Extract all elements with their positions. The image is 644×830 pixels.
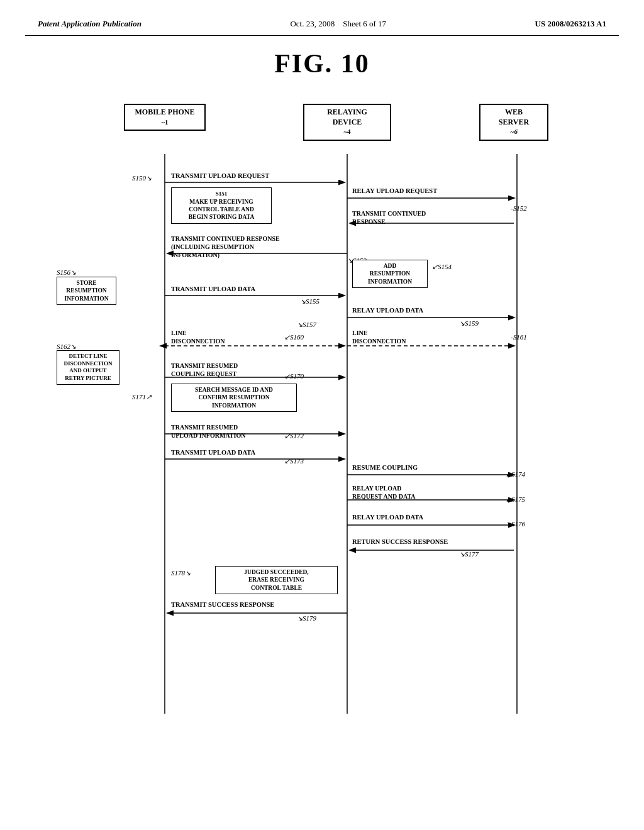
side-box-detect-line: DETECT LINEDISCONNECTIONAND OUTPUTRETRY … xyxy=(57,350,119,385)
step-s172: ↙S172 xyxy=(284,432,304,440)
step-s176: ↘S176 xyxy=(506,520,525,528)
msg-relay-upload-data2: RELAY UPLOAD DATA xyxy=(352,513,503,522)
page: Patent Application Publication Oct. 23, … xyxy=(0,0,644,830)
msg-line-disconnection-left: LINEDISCONNECTION xyxy=(171,329,247,345)
step-s175: ↙S175 xyxy=(506,495,525,504)
msg-relay-upload-request: RELAY UPLOAD REQUEST xyxy=(352,187,509,196)
step-s170: ↙S170 xyxy=(284,372,304,380)
col-header-web: WEBSERVER ~6 xyxy=(479,104,548,141)
step-s171: S171↗ xyxy=(132,393,152,401)
step-s179: ↘S179 xyxy=(297,614,316,622)
step-s178: S178↘ xyxy=(171,569,191,577)
col-header-mobile: MOBILE PHONE ~1 xyxy=(124,104,206,131)
msg-relay-upload-data: RELAY UPLOAD DATA xyxy=(352,306,503,315)
header-center: Oct. 23, 2008 Sheet 6 of 17 xyxy=(290,19,386,29)
side-box-store-resumption: STORERESUMPTIONINFORMATION xyxy=(57,277,116,305)
step-s159: ↘S159 xyxy=(459,319,479,328)
msg-transmit-success: TRANSMIT SUCCESS RESPONSE xyxy=(171,600,335,609)
msg-transmit-continued-relay: TRANSMIT CONTINUEDRESPONSE xyxy=(352,209,497,226)
msg-make-up-receiving: S151 MAKE UP RECEIVINGCONTROL TABLE ANDB… xyxy=(171,187,272,224)
step-s155: ↘S155 xyxy=(300,297,319,306)
header-right: US 2008/0263213 A1 xyxy=(535,19,606,29)
step-s160: ↙S160 xyxy=(284,333,304,341)
step-s174: ↙S174 xyxy=(506,470,525,479)
step-s156: S156↘ xyxy=(57,268,76,277)
step-s152: -S152 xyxy=(511,204,527,212)
msg-search-message: SEARCH MESSAGE ID ANDCONFIRM RESUMPTIONI… xyxy=(171,384,297,412)
step-s150: S150↘ xyxy=(132,174,152,182)
step-s161: -S161 xyxy=(511,333,527,341)
msg-relay-upload-request-data: RELAY UPLOADREQUEST AND DATA xyxy=(352,484,503,501)
msg-transmit-upload-data: TRANSMIT UPLOAD DATA xyxy=(171,285,335,294)
figure-title: FIG. 10 xyxy=(25,48,619,79)
page-header: Patent Application Publication Oct. 23, … xyxy=(25,13,619,36)
step-s177: ↘S177 xyxy=(459,550,479,558)
step-s173: ↙S173 xyxy=(284,457,304,465)
msg-judged-succeeded: JUDGED SUCCEEDED,ERASE RECEIVINGCONTROL … xyxy=(215,566,338,594)
diagram: MOBILE PHONE ~1 RELAYINGDEVICE ~4 WEBSER… xyxy=(39,97,605,758)
msg-transmit-continued-full: TRANSMIT CONTINUED RESPONSE(INCLUDING RE… xyxy=(171,235,335,259)
msg-transmit-resumed-coupling: TRANSMIT RESUMEDCOUPLING REQUEST xyxy=(171,362,335,378)
step-s162: S162↘ xyxy=(57,343,76,351)
step-s157: ↘S157 xyxy=(297,321,316,329)
msg-line-disconnection-right: LINEDISCONNECTION xyxy=(352,329,428,345)
header-left: Patent Application Publication xyxy=(38,19,142,29)
msg-transmit-resumed-upload: TRANSMIT RESUMEDUPLOAD INFORMATION xyxy=(171,423,335,440)
col-header-relaying: RELAYINGDEVICE ~4 xyxy=(303,104,391,141)
msg-resume-coupling: RESUME COUPLING xyxy=(352,463,503,472)
msg-return-success: RETURN SUCCESS RESPONSE xyxy=(352,538,503,546)
msg-transmit-upload-data2: TRANSMIT UPLOAD DATA xyxy=(171,448,335,457)
step-s154: ↙S154 xyxy=(432,263,452,271)
msg-add-resumption: ADDRESUMPTIONINFORMATION xyxy=(352,260,428,288)
msg-transmit-upload-request: TRANSMIT UPLOAD REQUEST xyxy=(171,172,335,180)
